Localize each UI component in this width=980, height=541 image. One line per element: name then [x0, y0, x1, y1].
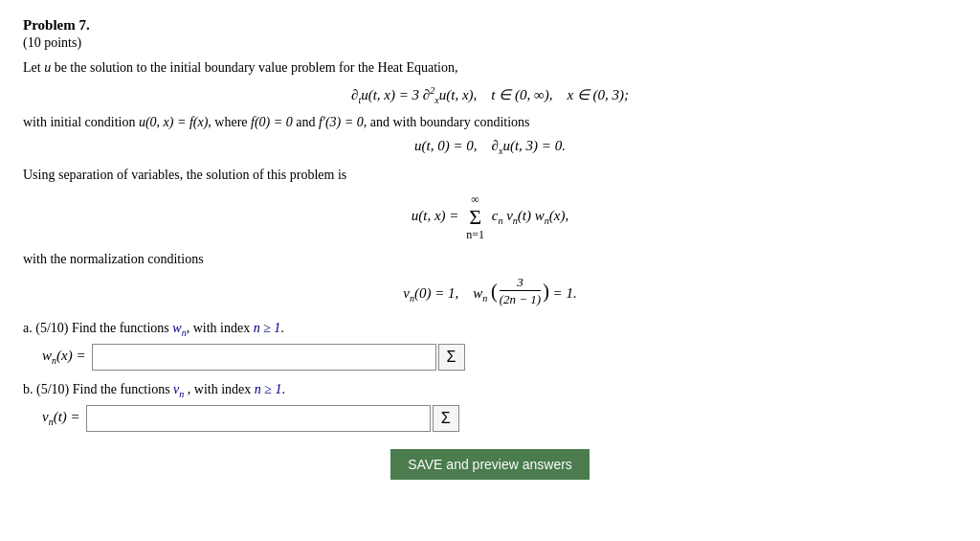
initial-condition-text: with initial condition u(0, x) = f(x), w…: [23, 115, 957, 130]
boundary-equations: u(t, 0) = 0, ∂xu(t, 3) = 0.: [23, 138, 957, 156]
normalization-text: with the normalization conditions: [23, 252, 957, 267]
normalization-equation: vn(0) = 1, wn ( 3 (2n − 1) ) = 1.: [23, 275, 957, 307]
save-preview-button[interactable]: SAVE and preview answers: [390, 449, 590, 480]
part-b-input-label: vn(t) =: [42, 409, 80, 427]
part-a-answer-input[interactable]: [92, 344, 436, 371]
problem-intro: Let u be the solution to the initial bou…: [23, 60, 957, 76]
part-a-input-label: wn(x) =: [42, 348, 86, 366]
part-a-input-row: wn(x) = Σ: [42, 344, 957, 371]
part-a-sigma-button[interactable]: Σ: [438, 344, 465, 371]
problem-title: Problem 7.: [23, 17, 957, 34]
part-b-label: b. (5/10) Find the functions vn , with i…: [23, 382, 957, 399]
part-b-input-row: vn(t) = Σ: [42, 405, 957, 432]
problem-points: (10 points): [23, 35, 957, 51]
part-b-answer-input[interactable]: [86, 405, 431, 432]
solution-equation: u(t, x) = ∞ Σ n=1 cn vn(t) wn(x),: [23, 192, 957, 242]
part-a-label: a. (5/10) Find the functions wn, with in…: [23, 321, 957, 338]
main-equation: ∂tu(t, x) = 3 ∂2xu(t, x), t ∈ (0, ∞), x …: [23, 85, 957, 105]
separation-text: Using separation of variables, the solut…: [23, 168, 957, 183]
part-b-sigma-button[interactable]: Σ: [433, 405, 459, 432]
